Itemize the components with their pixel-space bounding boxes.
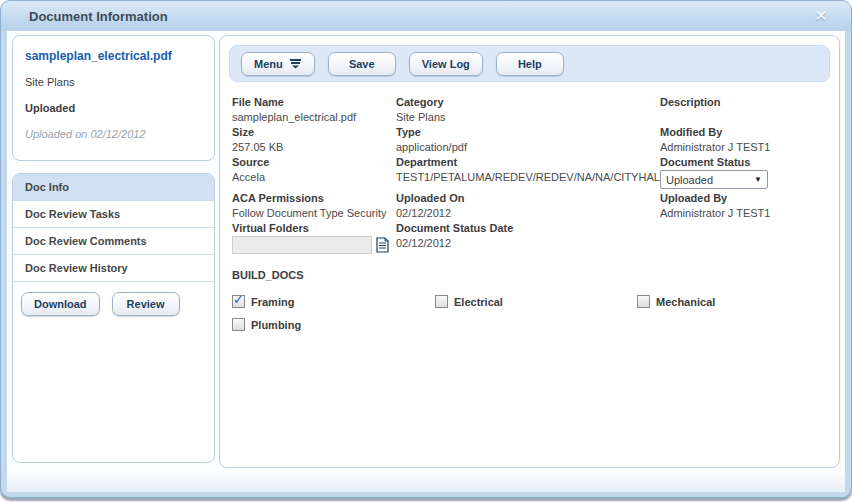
field-virtual-folders: Virtual Folders — [232, 221, 396, 257]
field-department: Department TEST1/PETALUMA/REDEV/REDEV/NA… — [396, 155, 660, 185]
field-document-status-date: Document Status Date 02/12/2012 — [396, 221, 660, 257]
field-label: Document Status Date — [396, 221, 660, 235]
field-label: Type — [396, 125, 660, 139]
field-label: ACA Permissions — [232, 191, 396, 205]
field-value: Follow Document Type Security — [232, 206, 396, 221]
field-value: Administrator J TEST1 — [660, 140, 831, 155]
main-panel: Menu Save View Log Help File Name sample… — [219, 35, 840, 468]
field-file-name: File Name sampleplan_electrical.pdf — [232, 95, 396, 125]
menu-dropdown-icon — [289, 58, 302, 69]
field-label: Size — [232, 125, 396, 139]
file-category: Site Plans — [25, 76, 202, 88]
folder-picker-icon[interactable] — [375, 237, 390, 253]
sidebar-item-doc-review-tasks[interactable]: Doc Review Tasks — [13, 201, 214, 228]
field-label: Uploaded On — [396, 191, 660, 205]
field-label: Description — [660, 95, 831, 109]
field-empty — [660, 221, 831, 257]
checkbox-box[interactable]: ✓ — [637, 295, 650, 308]
titlebar: Document Information ✕ — [1, 1, 851, 31]
field-size: Size 257.05 KB — [232, 125, 396, 155]
field-uploaded-on: Uploaded On 02/12/2012 — [396, 191, 660, 221]
checkbox-electrical[interactable]: ✓ Electrical — [435, 295, 637, 308]
field-label: File Name — [232, 95, 396, 109]
menu-button-label: Menu — [254, 58, 283, 70]
field-label: Department — [396, 155, 660, 169]
dialog-footer — [7, 473, 845, 492]
checkbox-box[interactable]: ✓ — [435, 295, 448, 308]
field-value: Administrator J TEST1 — [660, 206, 831, 221]
dialog-title: Document Information — [29, 9, 168, 24]
checkbox-framing[interactable]: ✓ Framing — [232, 295, 435, 308]
field-aca-permissions: ACA Permissions Follow Document Type Sec… — [232, 191, 396, 221]
review-button[interactable]: Review — [112, 292, 180, 316]
field-label: Uploaded By — [660, 191, 831, 205]
field-value: sampleplan_electrical.pdf — [232, 110, 396, 125]
save-button[interactable]: Save — [328, 52, 396, 76]
file-summary-panel: sampleplan_electrical.pdf Site Plans Upl… — [12, 35, 215, 161]
checkbox-box[interactable]: ✓ — [232, 295, 245, 308]
field-value: 02/12/2012 — [396, 206, 660, 221]
field-modified-by: Modified By Administrator J TEST1 — [660, 125, 831, 155]
field-label: Category — [396, 95, 660, 109]
checkbox-mechanical[interactable]: ✓ Mechanical — [637, 295, 839, 308]
field-uploaded-by: Uploaded By Administrator J TEST1 — [660, 191, 831, 221]
file-status-note: Uploaded on 02/12/2012 — [25, 128, 202, 140]
checkbox-box[interactable]: ✓ — [232, 318, 245, 331]
file-status: Uploaded — [25, 102, 202, 114]
checkbox-label: Plumbing — [251, 319, 301, 331]
menu-button[interactable]: Menu — [241, 52, 315, 76]
download-button[interactable]: Download — [21, 292, 100, 316]
field-description: Description — [660, 95, 831, 125]
build-docs-checkboxes: ✓ Framing ✓ Electrical ✓ Mechanical ✓ Pl… — [232, 295, 839, 331]
field-value: Site Plans — [396, 110, 660, 125]
field-label: Document Status — [660, 155, 831, 169]
checkbox-label: Mechanical — [656, 296, 715, 308]
checkbox-plumbing[interactable]: ✓ Plumbing — [232, 318, 435, 331]
build-docs-group-title: BUILD_DOCS — [232, 269, 839, 281]
field-label: Source — [232, 155, 396, 169]
sidebar-item-doc-review-comments[interactable]: Doc Review Comments — [13, 228, 214, 255]
field-value: 02/12/2012 — [396, 236, 660, 251]
check-icon: ✓ — [233, 292, 244, 307]
document-information-dialog: Document Information ✕ sampleplan_electr… — [0, 0, 852, 498]
checkbox-label: Framing — [251, 296, 294, 308]
document-form: File Name sampleplan_electrical.pdf Cate… — [232, 95, 831, 257]
file-name-link[interactable]: sampleplan_electrical.pdf — [25, 49, 202, 63]
field-source: Source Accela — [232, 155, 396, 185]
field-label: Modified By — [660, 125, 831, 139]
field-value: application/pdf — [396, 140, 660, 155]
field-value: 257.05 KB — [232, 140, 396, 155]
sidebar-menu-panel: Doc Info Doc Review Tasks Doc Review Com… — [12, 173, 215, 463]
virtual-folders-input[interactable] — [232, 236, 372, 254]
sidebar-item-doc-review-history[interactable]: Doc Review History — [13, 255, 214, 282]
view-log-button[interactable]: View Log — [409, 52, 483, 76]
dropdown-arrow-icon: ▼ — [754, 175, 762, 184]
checkbox-label: Electrical — [454, 296, 503, 308]
sidebar-item-doc-info[interactable]: Doc Info — [13, 174, 214, 201]
field-value: Accela — [232, 170, 396, 185]
close-icon[interactable]: ✕ — [807, 5, 835, 27]
document-status-select[interactable]: Uploaded ▼ — [660, 170, 768, 189]
field-type: Type application/pdf — [396, 125, 660, 155]
document-status-value: Uploaded — [666, 174, 713, 186]
toolbar: Menu Save View Log Help — [229, 45, 830, 82]
field-document-status: Document Status Uploaded ▼ — [660, 155, 831, 191]
field-category: Category Site Plans — [396, 95, 660, 125]
field-value: TEST1/PETALUMA/REDEV/REDEV/NA/NA/CITYHAL… — [396, 170, 660, 185]
field-label: Virtual Folders — [232, 221, 396, 235]
help-button[interactable]: Help — [496, 52, 564, 76]
